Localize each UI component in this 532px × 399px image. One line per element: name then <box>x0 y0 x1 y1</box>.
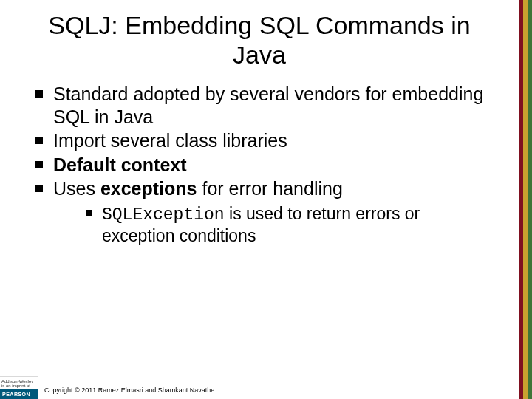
bullet-item: Default context <box>35 154 497 177</box>
bullet-item: Uses exceptions for error handling SQLEx… <box>35 177 497 246</box>
slide-title: SQLJ: Embedding SQL Commands in Java <box>44 10 474 69</box>
decorative-edge-stripe <box>519 0 532 399</box>
code-text: SQLException <box>102 205 225 225</box>
imprint-tag: is an imprint of <box>1 383 37 388</box>
sub-bullet-list: SQLException is used to return errors or… <box>86 203 497 246</box>
bullet-text: for error handling <box>197 178 343 199</box>
bullet-text: Uses <box>53 178 100 199</box>
slide-footer: Addison-Wesley is an imprint of PEARSON … <box>0 366 519 399</box>
bullet-list: Standard adopted by several vendors for … <box>35 83 497 246</box>
bullet-text: Default context <box>53 154 187 175</box>
copyright-text: Copyright © 2011 Ramez Elmasri and Shamk… <box>44 386 214 394</box>
bullet-item: Standard adopted by several vendors for … <box>35 83 497 128</box>
sub-bullet-item: SQLException is used to return errors or… <box>86 203 497 246</box>
publisher-imprint-text: Addison-Wesley is an imprint of <box>0 376 38 389</box>
bullet-item: Import several class libraries <box>35 129 497 152</box>
bullet-text-strong: exceptions <box>100 178 197 199</box>
slide-body: SQLJ: Embedding SQL Commands in Java Sta… <box>0 0 519 399</box>
bullet-text: Standard adopted by several vendors for … <box>53 83 483 127</box>
publisher-logo: Addison-Wesley is an imprint of PEARSON <box>0 376 38 399</box>
bullet-text: Import several class libraries <box>53 130 287 151</box>
publisher-brand: PEARSON <box>0 389 38 399</box>
